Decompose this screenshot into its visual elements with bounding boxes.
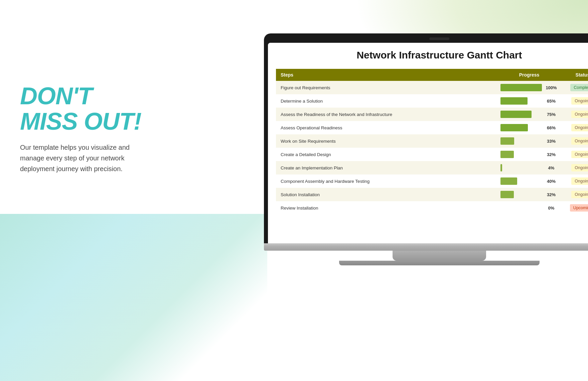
step-cell: Solution Installation xyxy=(276,188,496,201)
progress-cell: 32% xyxy=(496,148,563,161)
status-cell: Complete xyxy=(563,81,588,94)
status-badge: Ongoing xyxy=(571,97,588,105)
headline-line2: MISS OUT! xyxy=(20,108,141,135)
laptop-camera-notch xyxy=(429,37,449,40)
progress-cell: 40% xyxy=(496,174,563,188)
headline-line1: DON'T xyxy=(20,83,92,109)
progress-value: 66% xyxy=(545,125,558,130)
status-cell: Ongoing xyxy=(563,94,588,108)
step-cell: Component Assembly and Hardware Testing xyxy=(276,174,496,188)
progress-value: 32% xyxy=(545,152,558,157)
subtext: Our template helps you visualize and man… xyxy=(20,142,147,174)
step-cell: Create an Implementation Plan xyxy=(276,161,496,174)
progress-cell: 33% xyxy=(496,134,563,148)
laptop-stand xyxy=(393,251,486,261)
progress-cell: 4% xyxy=(496,161,563,174)
table-header-row: Steps Progress Status xyxy=(276,69,588,81)
status-badge: Ongoing xyxy=(571,191,588,198)
col-steps: Steps xyxy=(276,69,496,81)
status-cell: Ongoing xyxy=(563,134,588,148)
status-cell: Upcoming xyxy=(563,201,588,215)
status-badge: Ongoing xyxy=(571,124,588,131)
laptop-foot xyxy=(339,261,540,265)
progress-value: 75% xyxy=(545,112,558,117)
step-cell: Review Installation xyxy=(276,201,496,215)
left-panel: DON'T MISS OUT! Our template helps you v… xyxy=(20,84,180,174)
progress-cell: 66% xyxy=(496,121,563,134)
step-cell: Assess the Readiness of the Network and … xyxy=(276,108,496,121)
status-badge: Ongoing xyxy=(571,137,588,145)
laptop: Network Infrastructure Gantt Chart Steps… xyxy=(264,33,588,265)
status-cell: Ongoing xyxy=(563,148,588,161)
status-badge: Ongoing xyxy=(571,177,588,185)
table-row: Review Installation0%Upcoming xyxy=(276,201,588,215)
step-cell: Assess Operational Readiness xyxy=(276,121,496,134)
progress-cell: 65% xyxy=(496,94,563,108)
table-row: Component Assembly and Hardware Testing4… xyxy=(276,174,588,188)
status-badge: Ongoing xyxy=(571,111,588,118)
status-badge: Ongoing xyxy=(571,164,588,171)
step-cell: Create a Detailed Design xyxy=(276,148,496,161)
progress-value: 4% xyxy=(545,165,558,170)
status-cell: Ongoing xyxy=(563,121,588,134)
table-row: Assess Operational Readiness66%Ongoing xyxy=(276,121,588,134)
headline-text: DON'T MISS OUT! xyxy=(20,84,180,134)
table-row: Solution Installation32%Ongoing xyxy=(276,188,588,201)
progress-value: 40% xyxy=(545,179,558,184)
table-row: Figure out Requirements100%Complete xyxy=(276,81,588,94)
gantt-title: Network Infrastructure Gantt Chart xyxy=(276,49,588,61)
progress-cell: 75% xyxy=(496,108,563,121)
status-cell: Ongoing xyxy=(563,108,588,121)
bg-bottom-left-decoration xyxy=(0,214,267,381)
progress-cell: 32% xyxy=(496,188,563,201)
status-cell: Ongoing xyxy=(563,161,588,174)
col-status: Status xyxy=(563,69,588,81)
step-cell: Figure out Requirements xyxy=(276,81,496,94)
progress-value: 0% xyxy=(545,206,558,211)
status-badge: Ongoing xyxy=(571,151,588,158)
progress-cell: 100% xyxy=(496,81,563,94)
gantt-table: Steps Progress Status Figure out Require… xyxy=(276,69,588,215)
table-row: Determine a Solution65%Ongoing xyxy=(276,94,588,108)
step-cell: Determine a Solution xyxy=(276,94,496,108)
table-row: Create an Implementation Plan4%Ongoing xyxy=(276,161,588,174)
progress-cell: 0% xyxy=(496,201,563,215)
progress-value: 65% xyxy=(545,99,558,104)
table-row: Create a Detailed Design32%Ongoing xyxy=(276,148,588,161)
progress-value: 33% xyxy=(545,139,558,144)
col-progress: Progress xyxy=(496,69,563,81)
laptop-screen-inner: Network Infrastructure Gantt Chart Steps… xyxy=(268,43,588,243)
table-row: Work on Site Requirements33%Ongoing xyxy=(276,134,588,148)
status-badge: Upcoming xyxy=(570,204,588,212)
table-row: Assess the Readiness of the Network and … xyxy=(276,108,588,121)
laptop-screen-outer: Network Infrastructure Gantt Chart Steps… xyxy=(264,33,588,243)
progress-value: 100% xyxy=(545,85,558,90)
step-cell: Work on Site Requirements xyxy=(276,134,496,148)
status-badge: Complete xyxy=(570,84,588,91)
status-cell: Ongoing xyxy=(563,188,588,201)
laptop-base xyxy=(264,243,588,251)
progress-value: 32% xyxy=(545,192,558,197)
gantt-container: Network Infrastructure Gantt Chart Steps… xyxy=(268,43,588,221)
status-cell: Ongoing xyxy=(563,174,588,188)
